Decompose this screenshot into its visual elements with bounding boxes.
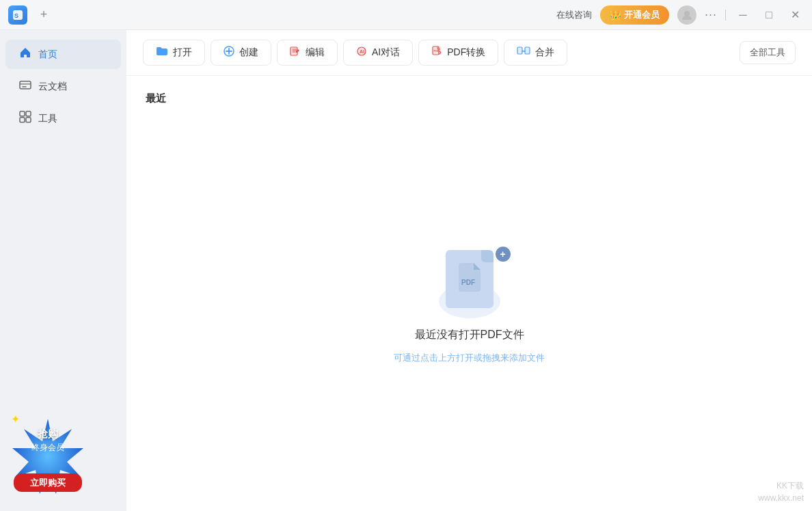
recent-title: 最近 <box>146 92 793 105</box>
svg-rect-5 <box>26 111 31 116</box>
home-icon <box>19 46 31 62</box>
svg-rect-6 <box>20 118 25 122</box>
svg-text:S: S <box>14 12 18 19</box>
svg-rect-15 <box>517 47 522 54</box>
cloud-icon <box>19 79 31 94</box>
content-area: 打开 创建 编辑 <box>126 30 812 511</box>
sidebar-item-cloud[interactable]: 云文档 <box>5 72 121 101</box>
main-layout: 首页 云文档 工具 <box>0 30 812 511</box>
sidebar-cloud-label: 云文档 <box>38 81 67 93</box>
sidebar-tools-label: 工具 <box>38 113 57 125</box>
tools-icon <box>19 111 31 126</box>
svg-rect-16 <box>525 47 530 54</box>
edit-button[interactable]: 编辑 <box>277 40 338 66</box>
online-consult-link[interactable]: 在线咨询 <box>556 9 592 21</box>
new-tab-button[interactable]: + <box>34 5 53 25</box>
empty-main-text: 最近没有打开PDF文件 <box>415 328 524 342</box>
empty-plus-icon: + <box>496 247 511 262</box>
create-button[interactable]: 创建 <box>211 40 271 66</box>
promo-line1: 抢购 <box>7 428 89 441</box>
all-tools-button[interactable]: 全部工具 <box>740 41 796 64</box>
user-avatar[interactable] <box>677 5 696 25</box>
svg-rect-3 <box>20 81 31 89</box>
maximize-button[interactable]: □ <box>760 6 778 24</box>
empty-icon: PDF + <box>432 250 507 318</box>
empty-pdf-icon: PDF <box>446 250 493 308</box>
promo-cta-label: 立即购买 <box>30 478 66 488</box>
titlebar-left: S + <box>8 5 53 25</box>
titlebar-right: 在线咨询 👑 开通会员 ··· ─ □ ✕ <box>556 5 804 25</box>
svg-point-2 <box>684 11 690 16</box>
promo-line2: 终身会员 <box>7 442 89 454</box>
merge-label: 合并 <box>535 46 554 59</box>
open-button[interactable]: 打开 <box>143 40 205 66</box>
minimize-button[interactable]: ─ <box>734 6 752 24</box>
vip-label: 开通会员 <box>624 9 660 21</box>
sidebar-item-home[interactable]: 首页 <box>5 40 121 69</box>
svg-rect-7 <box>26 118 31 122</box>
ai-label: AI对话 <box>372 46 400 59</box>
edit-icon <box>290 46 301 59</box>
watermark-line2: www.kkx.net <box>758 492 804 504</box>
close-button[interactable]: ✕ <box>786 6 804 24</box>
pdf-button[interactable]: PDF PDF转换 <box>418 40 498 66</box>
app-logo: S <box>8 5 27 25</box>
empty-state: PDF + 最近没有打开PDF文件 可通过点击上方打开或拖拽来添加文件 <box>146 119 793 495</box>
create-icon <box>224 46 234 59</box>
open-icon <box>156 46 168 59</box>
merge-icon <box>517 46 530 59</box>
empty-sub-text: 可通过点击上方打开或拖拽来添加文件 <box>394 352 545 364</box>
vip-button[interactable]: 👑 开通会员 <box>600 5 669 25</box>
create-label: 创建 <box>239 46 258 59</box>
titlebar-divider <box>725 10 726 20</box>
main-toolbar: 打开 创建 编辑 <box>126 30 812 76</box>
svg-text:PDF: PDF <box>461 279 475 286</box>
watermark: KK下载 www.kkx.net <box>758 480 804 504</box>
edit-label: 编辑 <box>306 46 325 59</box>
svg-rect-4 <box>20 111 25 116</box>
svg-text:PDF: PDF <box>434 49 440 53</box>
open-label: 打开 <box>173 46 192 59</box>
promo-text: 抢购 终身会员 <box>7 428 89 454</box>
titlebar: S + 在线咨询 👑 开通会员 ··· ─ □ ✕ <box>0 0 812 30</box>
pdf-icon: PDF <box>431 46 442 59</box>
sidebar-home-label: 首页 <box>38 49 57 61</box>
watermark-line1: KK下载 <box>758 480 804 492</box>
pdf-label: PDF转换 <box>447 46 485 59</box>
promo-cta: 立即购买 <box>14 473 82 492</box>
svg-text:AI: AI <box>360 49 364 54</box>
sidebar-item-tools[interactable]: 工具 <box>5 104 121 133</box>
sparkle-icon: ✦ <box>11 413 20 426</box>
merge-button[interactable]: 合并 <box>504 40 567 66</box>
ai-button[interactable]: AI AI对话 <box>343 40 413 66</box>
ai-icon: AI <box>356 46 367 59</box>
crown-icon: 👑 <box>610 10 621 20</box>
more-options-button[interactable]: ··· <box>705 8 717 22</box>
recent-section: 最近 PDF + 最近没有打开PDF文件 可通过点击上方打开或拖拽来添加文件 <box>126 76 812 511</box>
promo-badge[interactable]: 立即购买 抢购 终身会员 ✦ <box>7 415 89 497</box>
promo-shape: 立即购买 抢购 终身会员 ✦ <box>7 415 89 497</box>
